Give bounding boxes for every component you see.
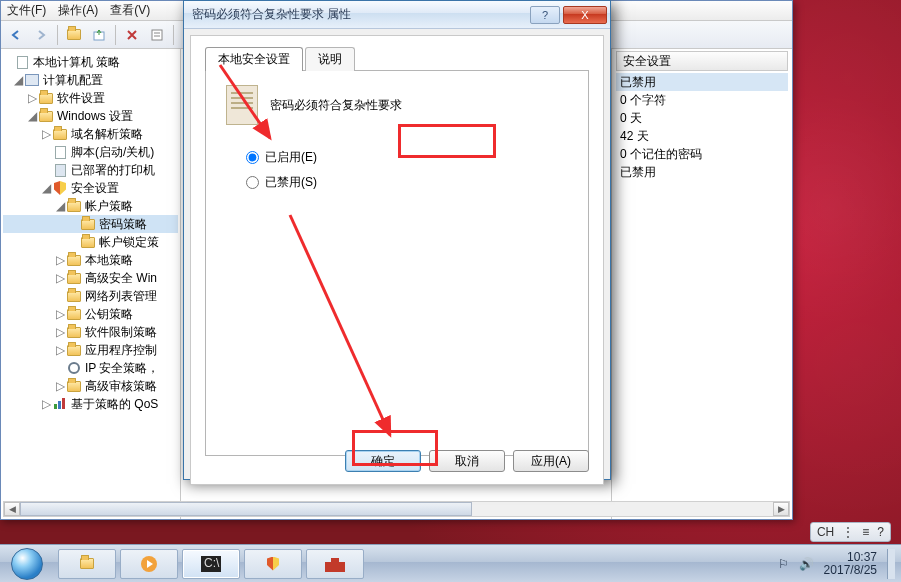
tree-sw-restrict[interactable]: 软件限制策略 [85, 324, 157, 341]
svg-text:C:\: C:\ [204, 556, 220, 570]
tree-password-policy[interactable]: 密码策略 [99, 216, 147, 233]
tree-lockout-policy[interactable]: 帐户锁定策 [99, 234, 159, 251]
menu-view[interactable]: 查看(V) [110, 2, 150, 19]
tree-root[interactable]: 本地计算机 策略 [33, 54, 120, 71]
forward-icon[interactable] [30, 24, 52, 46]
tab-local-security[interactable]: 本地安全设置 [205, 47, 303, 71]
tree-dns[interactable]: 域名解析策略 [71, 126, 143, 143]
scroll-left-icon[interactable]: ◀ [4, 502, 20, 516]
tray-date: 2017/8/25 [824, 564, 877, 577]
task-toolbox[interactable] [306, 549, 364, 579]
svg-rect-4 [54, 404, 57, 409]
column-header[interactable]: 安全设置 [616, 51, 788, 71]
tree-qos[interactable]: 基于策略的 QoS [71, 396, 158, 413]
qos-icon [52, 397, 68, 411]
start-button[interactable] [0, 545, 54, 583]
tree-pubkey[interactable]: 公钥策略 [85, 306, 133, 323]
tree-software-settings[interactable]: 软件设置 [57, 90, 105, 107]
security-value-list: 安全设置 已禁用 0 个字符 0 天 42 天 0 个记住的密码 已禁用 [612, 49, 792, 519]
ime-toolbar[interactable]: CH ⋮ ≡ ? [810, 522, 891, 542]
tree-account-policy[interactable]: 帐户策略 [85, 198, 133, 215]
start-orb-icon [11, 548, 43, 580]
list-row[interactable]: 0 天 [616, 109, 788, 127]
svg-rect-6 [62, 398, 65, 409]
list-row[interactable]: 0 个字符 [616, 91, 788, 109]
radio-enabled[interactable] [246, 151, 259, 164]
ime-help-icon[interactable]: ? [877, 525, 884, 539]
task-media[interactable] [120, 549, 178, 579]
policy-tree[interactable]: 本地计算机 策略 ◢计算机配置 ▷软件设置 ◢Windows 设置 ▷域名解析策… [1, 49, 181, 519]
toolbox-icon [325, 556, 345, 572]
script-icon [52, 145, 68, 159]
task-cmd[interactable]: C:\ [182, 549, 240, 579]
tree-scripts[interactable]: 脚本(启动/关机) [71, 144, 154, 161]
tab-explain[interactable]: 说明 [305, 47, 355, 71]
taskbar: C:\ ⚐ 🔊 10:37 2017/8/25 [0, 544, 901, 582]
apply-button[interactable]: 应用(A) [513, 450, 589, 472]
scroll-thumb[interactable] [20, 502, 181, 516]
svg-rect-1 [152, 30, 162, 40]
ipsec-icon [66, 361, 82, 375]
ime-lang[interactable]: CH [817, 525, 834, 539]
policy-heading: 密码必须符合复杂性要求 [270, 97, 402, 114]
tree-app-control[interactable]: 应用程序控制 [85, 342, 157, 359]
cmd-icon: C:\ [201, 556, 221, 572]
task-secpol[interactable] [244, 549, 302, 579]
tree-audit[interactable]: 高级审核策略 [85, 378, 157, 395]
tray-flag-icon[interactable]: ⚐ [778, 557, 789, 571]
svg-rect-10 [325, 562, 345, 572]
media-icon [140, 555, 158, 573]
svg-rect-5 [58, 401, 61, 409]
tree-printers[interactable]: 已部署的打印机 [71, 162, 155, 179]
tree-scrollbar[interactable]: ◀ ▶ [3, 501, 181, 517]
properties-dialog: 密码必须符合复杂性要求 属性 ? X 本地安全设置 说明 密码必须符合复杂性要求… [183, 0, 611, 480]
menu-action[interactable]: 操作(A) [58, 2, 98, 19]
shield-icon [267, 557, 279, 571]
export-icon[interactable] [88, 24, 110, 46]
list-row[interactable]: 42 天 [616, 127, 788, 145]
menu-file[interactable]: 文件(F) [7, 2, 46, 19]
dialog-title: 密码必须符合复杂性要求 属性 [192, 6, 530, 23]
radio-disabled[interactable] [246, 176, 259, 189]
radio-disabled-label: 已禁用(S) [265, 174, 317, 191]
dialog-titlebar[interactable]: 密码必须符合复杂性要求 属性 ? X [184, 1, 610, 29]
folder-icon [80, 558, 94, 569]
policy-doc-icon [226, 85, 258, 125]
list-row[interactable]: 已禁用 [616, 73, 788, 91]
task-explorer[interactable] [58, 549, 116, 579]
ime-tool-icon[interactable]: ⋮ [842, 525, 854, 539]
tray-clock[interactable]: 10:37 2017/8/25 [824, 551, 877, 577]
shield-icon [52, 181, 68, 195]
list-row[interactable]: 0 个记住的密码 [616, 145, 788, 163]
radio-enabled-row[interactable]: 已启用(E) [246, 149, 568, 166]
close-button[interactable]: X [563, 6, 607, 24]
tree-netlist[interactable]: 网络列表管理 [85, 288, 157, 305]
tree-ipsec[interactable]: IP 安全策略， [85, 360, 159, 377]
printer-icon [52, 163, 68, 177]
radio-enabled-label: 已启用(E) [265, 149, 317, 166]
properties-icon[interactable] [146, 24, 168, 46]
tray-volume-icon[interactable]: 🔊 [799, 557, 814, 571]
help-button[interactable]: ? [530, 6, 560, 24]
tree-computer-config[interactable]: 计算机配置 [43, 72, 103, 89]
up-folder-icon[interactable] [63, 24, 85, 46]
tray-time: 10:37 [824, 551, 877, 564]
ime-options-icon[interactable]: ≡ [862, 525, 869, 539]
back-icon[interactable] [5, 24, 27, 46]
list-row[interactable]: 已禁用 [616, 163, 788, 181]
tree-security[interactable]: 安全设置 [71, 180, 119, 197]
system-tray[interactable]: ⚐ 🔊 10:37 2017/8/25 [778, 549, 901, 579]
tree-local-policy[interactable]: 本地策略 [85, 252, 133, 269]
ok-button[interactable]: 确定 [345, 450, 421, 472]
show-desktop-button[interactable] [887, 549, 895, 579]
policy-root-icon [14, 55, 30, 69]
delete-icon[interactable] [121, 24, 143, 46]
svg-rect-11 [331, 558, 339, 563]
radio-disabled-row[interactable]: 已禁用(S) [246, 174, 568, 191]
computer-icon [24, 73, 40, 87]
tree-adv-firewall[interactable]: 高级安全 Win [85, 270, 157, 287]
tree-windows-settings[interactable]: Windows 设置 [57, 108, 133, 125]
cancel-button[interactable]: 取消 [429, 450, 505, 472]
